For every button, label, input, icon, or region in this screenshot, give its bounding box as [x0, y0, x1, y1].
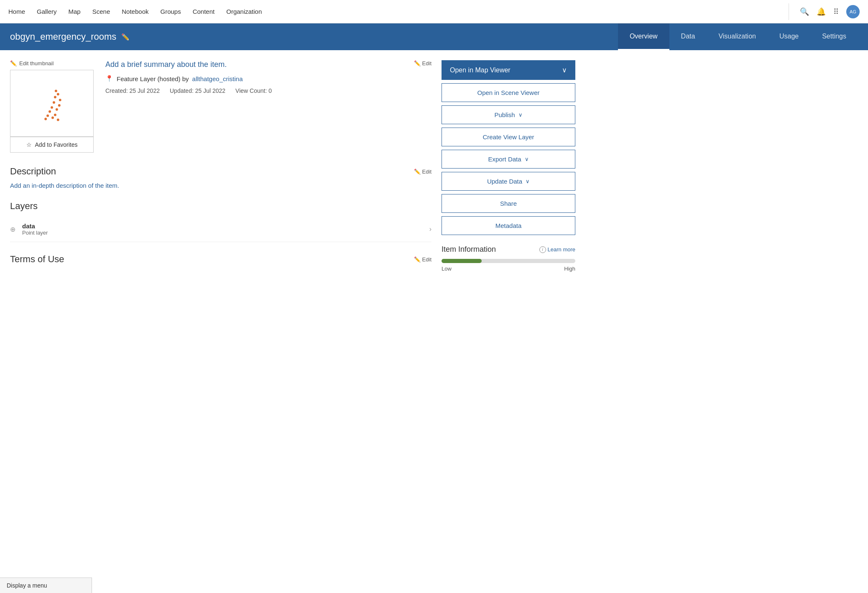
export-data-label: Export Data [488, 156, 521, 163]
author-link[interactable]: allthatgeo_cristina [192, 75, 243, 82]
svg-point-3 [54, 96, 56, 98]
search-icon[interactable]: 🔍 [800, 7, 809, 16]
open-mapviewer-button[interactable]: Open in Map Viewer ∨ [442, 60, 575, 80]
pencil-icon: ✏️ [414, 256, 421, 263]
publish-label: Publish [494, 111, 515, 118]
thumbnail-box [10, 70, 94, 137]
pencil-icon: ✏️ [414, 60, 421, 66]
open-sceneviewer-button[interactable]: Open in Scene Viewer [442, 83, 575, 102]
layer-info: data Point layer [22, 222, 429, 236]
drag-handle-icon: ⊕ [10, 225, 15, 233]
nav-divider [789, 3, 789, 20]
add-description-link[interactable]: Add an in-depth description of the item. [10, 182, 119, 189]
metadata-label: Metadata [495, 222, 522, 229]
high-label: High [564, 266, 575, 272]
low-label: Low [442, 266, 452, 272]
add-summary-link[interactable]: Add a brief summary about the item. [105, 60, 227, 69]
share-button[interactable]: Share [442, 194, 575, 213]
svg-point-12 [57, 119, 59, 121]
tab-settings[interactable]: Settings [810, 23, 858, 50]
description-edit-label: Edit [422, 169, 431, 175]
update-data-button[interactable]: Update Data ∨ [442, 172, 575, 191]
item-title-area: obgyn_emergency_rooms ✏️ [10, 31, 618, 42]
thumbnail-container: ✏️ Edit thumbnail [10, 60, 94, 153]
right-panel: Open in Map Viewer ∨ Open in Scene Viewe… [442, 60, 575, 272]
avatar[interactable]: AG [846, 5, 860, 18]
layer-type: Point layer [22, 230, 429, 236]
add-to-favorites-button[interactable]: ☆ Add to Favorites [10, 137, 94, 153]
location-icon: 📍 [105, 75, 113, 82]
layers-section: Layers ⊕ data Point layer › [10, 201, 431, 242]
description-edit-button[interactable]: ✏️ Edit [414, 169, 431, 175]
tab-visualization[interactable]: Visualization [707, 23, 768, 50]
summary-edit-button[interactable]: ✏️ Edit [414, 60, 431, 66]
tab-overview[interactable]: Overview [618, 23, 669, 50]
tab-usage[interactable]: Usage [768, 23, 810, 50]
edit-thumbnail-button[interactable]: ✏️ Edit thumbnail [10, 60, 94, 66]
nav-scene[interactable]: Scene [92, 8, 110, 15]
publish-button[interactable]: Publish ∨ [442, 105, 575, 124]
add-favorites-label: Add to Favorites [35, 141, 78, 148]
description-header: Description ✏️ Edit [10, 166, 431, 177]
item-information-title: Item Information i Learn more [442, 245, 575, 254]
notification-icon[interactable]: 🔔 [817, 7, 826, 16]
nav-organization[interactable]: Organization [226, 8, 262, 15]
create-view-layer-button[interactable]: Create View Layer [442, 128, 575, 146]
item-header: obgyn_emergency_rooms ✏️ Overview Data V… [0, 23, 868, 50]
chevron-down-icon: ∨ [518, 112, 523, 118]
layer-item[interactable]: ⊕ data Point layer › [10, 217, 431, 242]
svg-point-4 [59, 99, 61, 101]
learn-more-link[interactable]: i Learn more [539, 246, 575, 253]
svg-point-11 [51, 117, 54, 119]
meta-row: Created: 25 Jul 2022 Updated: 25 Jul 202… [105, 87, 431, 94]
terms-title: Terms of Use [10, 254, 414, 265]
svg-point-7 [51, 106, 53, 109]
nav-groups[interactable]: Groups [160, 8, 181, 15]
export-data-button[interactable]: Export Data ∨ [442, 150, 575, 169]
terms-edit-button[interactable]: ✏️ Edit [414, 256, 431, 263]
nav-icons: 🔍 🔔 ⠿ AG [785, 3, 860, 20]
main-content: ✏️ Edit thumbnail [0, 50, 585, 282]
progress-labels: Low High [442, 266, 575, 272]
pencil-icon: ✏️ [414, 169, 421, 175]
nav-gallery[interactable]: Gallery [37, 8, 57, 15]
nav-home[interactable]: Home [8, 8, 25, 15]
open-sceneviewer-label: Open in Scene Viewer [477, 89, 540, 96]
item-information-label: Item Information [442, 245, 496, 254]
header-tabs: Overview Data Visualization Usage Settin… [618, 23, 858, 50]
avatar-initials: AG [850, 9, 856, 14]
edit-title-icon[interactable]: ✏️ [121, 33, 130, 41]
item-title: obgyn_emergency_rooms [10, 31, 116, 42]
layers-title: Layers [10, 201, 431, 212]
tab-data[interactable]: Data [669, 23, 707, 50]
feature-layer-row: 📍 Feature Layer (hosted) by allthatgeo_c… [105, 75, 431, 82]
svg-point-1 [55, 89, 57, 92]
share-label: Share [500, 200, 517, 207]
layer-name: data [22, 222, 429, 230]
svg-point-8 [56, 108, 58, 111]
svg-point-6 [58, 104, 61, 107]
learn-more-label: Learn more [548, 246, 575, 253]
item-info-area: Add a brief summary about the item. ✏️ E… [105, 60, 431, 153]
left-panel: ✏️ Edit thumbnail [10, 60, 431, 272]
item-information-section: Item Information i Learn more Low High [442, 245, 575, 272]
completeness-progress-bar [442, 259, 575, 263]
update-data-label: Update Data [487, 178, 522, 185]
top-navigation: Home Gallery Map Scene Notebook Groups C… [0, 0, 868, 23]
terms-section: Terms of Use ✏️ Edit [10, 254, 431, 265]
apps-icon[interactable]: ⠿ [833, 7, 839, 16]
description-title: Description [10, 166, 414, 177]
chevron-down-icon: ∨ [562, 66, 567, 74]
nav-links: Home Gallery Map Scene Notebook Groups C… [8, 8, 785, 15]
edit-thumbnail-label: Edit thumbnail [19, 60, 54, 66]
updated-date: Updated: 25 Jul 2022 [170, 87, 225, 94]
thumbnail-map [10, 70, 93, 136]
open-mapviewer-label: Open in Map Viewer [450, 66, 511, 74]
summary-edit-label: Edit [422, 60, 431, 66]
nav-notebook[interactable]: Notebook [122, 8, 148, 15]
nav-content[interactable]: Content [193, 8, 215, 15]
create-view-layer-label: Create View Layer [483, 133, 534, 141]
chevron-down-icon: ∨ [526, 178, 530, 184]
nav-map[interactable]: Map [69, 8, 81, 15]
metadata-button[interactable]: Metadata [442, 216, 575, 235]
